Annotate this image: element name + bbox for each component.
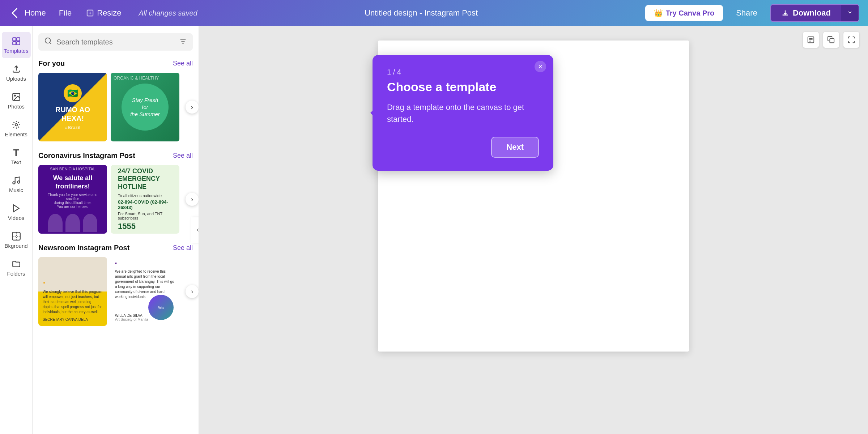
music-icon [11, 175, 21, 186]
svg-rect-14 [830, 38, 834, 43]
sidebar-item-elements[interactable]: Elements [2, 115, 31, 142]
for-you-section-header: For you See all [38, 59, 193, 68]
try-pro-button[interactable]: 👑 Try Canva Pro [645, 5, 723, 21]
newsroom-section-header: Newsroom Instagram Post See all [38, 244, 193, 252]
template-citrus[interactable]: Stay Freshforthe Summer ORGANIC & HEALTH… [111, 73, 179, 141]
template-covid-hotline[interactable]: 24/7 COVIDEMERGENCYHOTLINE To all citize… [111, 165, 179, 234]
resize-icon [86, 9, 94, 17]
uploads-icon [11, 64, 21, 74]
coronavirus-see-all[interactable]: See all [173, 152, 193, 159]
try-pro-label: Try Canva Pro [666, 9, 715, 17]
popup-close-button[interactable]: × [535, 61, 546, 72]
svg-rect-3 [13, 42, 16, 45]
filter-icon[interactable] [179, 37, 187, 47]
elements-label: Elements [5, 131, 27, 137]
svg-point-8 [13, 182, 15, 184]
search-icon [44, 37, 52, 47]
resize-label: Resize [97, 8, 121, 18]
header-right: 👑 Try Canva Pro Share Download [645, 4, 859, 22]
for-you-grid: 🇧🇷 RUMO AOHEXA! #Brazil Stay Freshforthe… [38, 73, 193, 141]
download-button[interactable]: Download [771, 5, 841, 21]
newsroom-scroll-right[interactable]: › [186, 285, 199, 298]
home-button[interactable]: Home [9, 6, 50, 20]
newsroom-row: " We strongly believe that this program … [38, 257, 193, 326]
svg-rect-11 [12, 232, 20, 240]
autosave-status: All changes saved [139, 9, 197, 17]
share-button[interactable]: Share [729, 5, 765, 21]
templates-label: Templates [4, 48, 28, 54]
notes-icon [807, 36, 815, 44]
svg-point-6 [14, 95, 15, 96]
sidebar-item-uploads[interactable]: Uploads [2, 60, 31, 86]
svg-rect-2 [17, 38, 20, 41]
home-label: Home [25, 8, 46, 18]
resize-canvas-button[interactable] [843, 32, 859, 48]
header-left: Home File Resize All changes saved [9, 6, 197, 20]
sidebar-item-background[interactable]: Bkground [2, 227, 31, 253]
coronavirus-scroll-right[interactable]: › [186, 193, 199, 206]
for-you-see-all[interactable]: See all [173, 60, 193, 67]
download-dropdown-button[interactable] [841, 5, 859, 21]
chevron-down-icon [847, 9, 853, 15]
svg-point-7 [15, 124, 17, 126]
music-label: Music [9, 187, 23, 193]
coronavirus-row: SAN BENICIA HOSPITAL We salute allfrontl… [38, 165, 193, 234]
share-label: Share [736, 8, 757, 17]
newsroom-title: Newsroom Instagram Post [38, 244, 129, 252]
folders-label: Folders [7, 271, 25, 277]
template-covid-salute[interactable]: SAN BENICIA HOSPITAL We salute allfrontl… [38, 165, 107, 234]
sidebar-item-text[interactable]: T Text [2, 143, 31, 170]
collapse-panel-button[interactable] [191, 217, 199, 243]
sidebar-item-templates[interactable]: Templates [2, 32, 31, 58]
photos-label: Photos [8, 103, 25, 110]
sidebar-item-folders[interactable]: Folders [2, 255, 31, 281]
notes-tool-button[interactable] [803, 32, 819, 48]
template-brazil[interactable]: 🇧🇷 RUMO AOHEXA! #Brazil [38, 73, 107, 141]
popup-title: Choose a template [387, 80, 539, 94]
popup-description: Drag a template onto the canvas to get s… [387, 101, 539, 125]
coronavirus-section-header: Coronavirus Instagram Post See all [38, 152, 193, 160]
newsroom-grid: " We strongly believe that this program … [38, 257, 193, 326]
folders-icon [11, 259, 21, 269]
document-title: Untitled design - Instagram Post [197, 8, 645, 18]
template-newsroom-quote[interactable]: " We strongly believe that this program … [38, 257, 107, 326]
newsroom-see-all[interactable]: See all [173, 244, 193, 252]
templates-icon [11, 36, 21, 46]
main-layout: Templates Uploads Photos [0, 26, 868, 434]
resize-button[interactable]: Resize [80, 6, 127, 20]
template-newsroom-arts[interactable]: " We are delighted to receive this annua… [111, 257, 179, 326]
file-button[interactable]: File [53, 6, 77, 20]
text-label: Text [11, 159, 21, 165]
canvas-toolbar [803, 32, 859, 48]
search-bar [38, 33, 193, 51]
copy-icon [827, 36, 835, 44]
for-you-scroll-right[interactable]: › [186, 101, 199, 114]
svg-rect-1 [13, 38, 16, 41]
sidebar-item-videos[interactable]: Videos [2, 199, 31, 225]
background-icon [11, 231, 21, 241]
download-label: Download [793, 8, 831, 18]
onboarding-popup: × 1 / 4 Choose a template Drag a templat… [373, 55, 553, 171]
crown-icon: 👑 [654, 9, 663, 17]
svg-point-12 [45, 38, 51, 43]
search-input[interactable] [56, 38, 175, 46]
sidebar: Templates Uploads Photos [0, 26, 33, 434]
videos-icon [11, 203, 21, 213]
chevron-left-icon [12, 8, 22, 18]
svg-rect-4 [17, 42, 20, 45]
uploads-label: Uploads [6, 76, 26, 82]
text-icon: T [11, 148, 21, 158]
photos-icon [11, 92, 21, 102]
sidebar-item-music[interactable]: Music [2, 171, 31, 197]
popup-next-button[interactable]: Next [491, 137, 539, 158]
popup-step: 1 / 4 [387, 68, 539, 76]
svg-point-9 [17, 181, 20, 183]
expand-icon [847, 36, 855, 44]
for-you-title: For you [38, 59, 65, 68]
sidebar-item-photos[interactable]: Photos [2, 88, 31, 114]
copy-tool-button[interactable] [823, 32, 839, 48]
download-group: Download [770, 4, 859, 22]
background-label: Bkground [4, 243, 27, 249]
videos-label: Videos [8, 215, 25, 221]
canvas-area: × 1 / 4 Choose a template Drag a templat… [199, 26, 868, 434]
